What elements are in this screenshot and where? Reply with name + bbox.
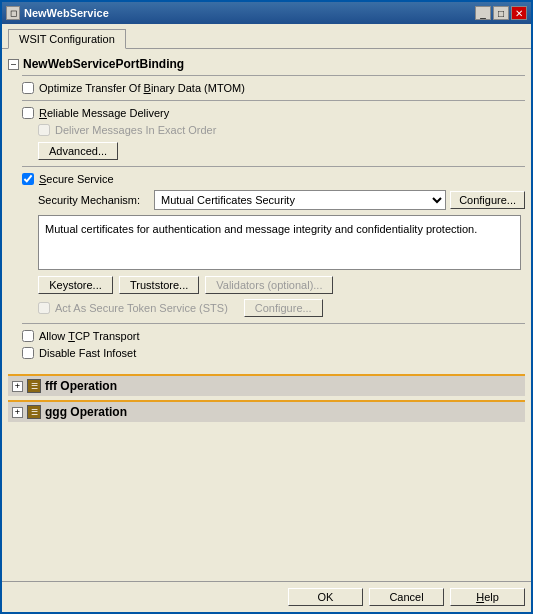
fff-operation-section: + ☰ fff Operation [8,374,525,396]
keystore-button[interactable]: Keystore... [38,276,113,294]
configure-security-button[interactable]: Configure... [450,191,525,209]
title-bar-buttons: _ □ ✕ [475,6,527,20]
truststore-button[interactable]: Truststore... [119,276,199,294]
optimize-transfer-label: Optimize Transfer Of Binary Data (MTOM) [39,82,245,94]
fff-operation-title: fff Operation [45,379,117,393]
allow-tcp-label: Allow TCP Transport [39,330,140,342]
optimize-transfer-checkbox[interactable] [22,82,34,94]
main-section-content: Optimize Transfer Of Binary Data (MTOM) … [22,75,525,370]
ggg-operation-header[interactable]: + ☰ ggg Operation [8,400,525,422]
tab-wsit-configuration[interactable]: WSIT Configuration [8,29,126,49]
act-as-sts-checkbox-row: Act As Secure Token Service (STS) [38,302,228,314]
secure-service-label: Secure Service [39,173,114,185]
separator-2 [22,166,525,167]
fff-operation-icon: ☰ [27,379,41,393]
security-mechanism-dropdown-container: Mutual Certificates Security Configure..… [154,190,525,210]
fff-operation-header[interactable]: + ☰ fff Operation [8,374,525,396]
main-section-title: NewWebServicePortBinding [23,57,184,71]
main-section-header: – NewWebServicePortBinding [8,57,525,71]
security-mechanism-select[interactable]: Mutual Certificates Security [154,190,446,210]
disable-fast-checkbox[interactable] [22,347,34,359]
description-container: Mutual certificates for authentication a… [38,215,521,270]
ggg-operation-section: + ☰ ggg Operation [8,400,525,422]
act-as-sts-row: Act As Secure Token Service (STS) Config… [38,299,525,317]
minimize-button[interactable]: _ [475,6,491,20]
reliable-message-checkbox[interactable] [22,107,34,119]
cert-buttons-row: Keystore... Truststore... Validators (op… [38,276,525,294]
maximize-button[interactable]: □ [493,6,509,20]
fff-expand[interactable]: + [12,381,23,392]
deliver-order-checkbox[interactable] [38,124,50,136]
ggg-operation-title: ggg Operation [45,405,127,419]
disable-fast-label: Disable Fast Infoset [39,347,136,359]
bottom-bar: OK Cancel Help [2,581,531,612]
secure-service-checkbox[interactable] [22,173,34,185]
act-as-sts-checkbox[interactable] [38,302,50,314]
security-mechanism-row: Security Mechanism: Mutual Certificates … [38,190,525,210]
separator-3 [22,323,525,324]
deliver-order-label: Deliver Messages In Exact Order [55,124,216,136]
cancel-button[interactable]: Cancel [369,588,444,606]
window-title: NewWebService [24,7,109,19]
title-bar-left: ◻ NewWebService [6,6,109,20]
optimize-transfer-row: Optimize Transfer Of Binary Data (MTOM) [22,82,525,94]
deliver-order-row: Deliver Messages In Exact Order [38,124,525,136]
act-as-sts-label: Act As Secure Token Service (STS) [55,302,228,314]
security-description: Mutual certificates for authentication a… [38,215,521,270]
main-section-expand[interactable]: – [8,59,19,70]
allow-tcp-row: Allow TCP Transport [22,330,525,342]
title-bar: ◻ NewWebService _ □ ✕ [2,2,531,24]
advanced-button[interactable]: Advanced... [38,142,118,160]
ok-button[interactable]: OK [288,588,363,606]
main-window: ◻ NewWebService _ □ ✕ WSIT Configuration… [0,0,533,614]
deliver-order-section: Deliver Messages In Exact Order Advanced… [38,124,525,160]
reliable-message-row: Reliable Message Delivery [22,107,525,119]
help-button[interactable]: Help [450,588,525,606]
allow-tcp-checkbox[interactable] [22,330,34,342]
configure-sts-button[interactable]: Configure... [244,299,323,317]
separator-1 [22,100,525,101]
reliable-message-label: Reliable Message Delivery [39,107,169,119]
security-mechanism-label: Security Mechanism: [38,194,148,206]
advanced-button-row: Advanced... [38,142,525,160]
tab-bar: WSIT Configuration [2,24,531,48]
secure-service-row: Secure Service [22,173,525,185]
content-area: – NewWebServicePortBinding Optimize Tran… [2,48,531,581]
disable-fast-row: Disable Fast Infoset [22,347,525,359]
validators-button[interactable]: Validators (optional)... [205,276,333,294]
close-button[interactable]: ✕ [511,6,527,20]
ggg-operation-icon: ☰ [27,405,41,419]
ggg-expand[interactable]: + [12,407,23,418]
window-icon: ◻ [6,6,20,20]
